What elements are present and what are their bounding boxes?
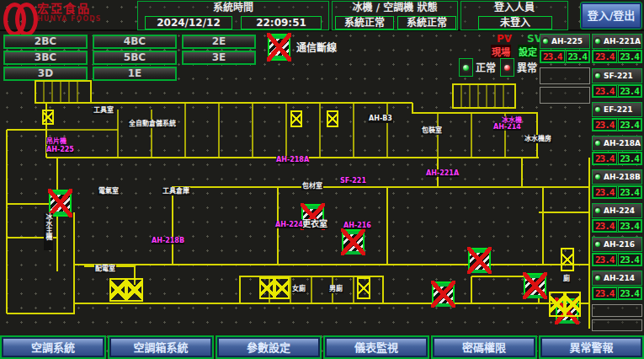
empty-panel [540, 87, 590, 104]
logo-subtext: HUNYA FOODS [37, 15, 101, 23]
pv-value: 23.4 [593, 220, 617, 232]
equipment-name: AH-218A [604, 139, 641, 147]
logo-icon [3, 3, 32, 28]
sv-value: 23.4 [618, 287, 642, 299]
empty-panel [592, 304, 642, 317]
nav-button-alarm[interactable]: 異常警報 [540, 337, 642, 357]
device-label-ah218b: AH-218B [152, 237, 184, 244]
equipment-tile-ah224[interactable]: AH-224 23.423.4 [592, 203, 642, 233]
equipment-tile-ah218a[interactable]: AH-218A 23.423.4 [592, 136, 642, 165]
comm-fail-legend-icon [268, 34, 290, 61]
sv-value: 23.4 [618, 85, 642, 97]
abnormal-led [500, 58, 514, 77]
pv-value: 23.4 [593, 51, 617, 62]
hmi-screen: { "header": { "logo_text": "宏亞食品", "logo… [0, 0, 644, 359]
pv-caption: 現場 [491, 45, 511, 58]
machine-status-panel: 冰機 / 空調機 狀態 系統正常 系統正常 [332, 1, 458, 30]
equipment-name: AH-214 [604, 274, 635, 282]
nav-button-password-auth[interactable]: 密碼權限 [433, 337, 535, 357]
device-comm-fail-icon-ah214[interactable] [468, 248, 491, 273]
sv-value: 23.4 [618, 220, 642, 232]
sv-value: 23.4 [618, 51, 642, 62]
room-label-storage: 全自動倉儲系統 [128, 120, 177, 128]
system-time-value: 22:09:51 [241, 16, 322, 29]
equipment-name: AH-218B [604, 173, 641, 181]
status-led [593, 240, 602, 249]
fan-icon [290, 110, 302, 127]
login-label: 登入人員 [461, 2, 567, 14]
pv-value: 23.4 [593, 287, 617, 299]
room-label-locker: 更衣室 [301, 219, 328, 229]
normal-led [459, 58, 473, 77]
room-label-chiller-room: 冰水機房 [524, 135, 552, 143]
pv-legend: PV [497, 33, 512, 45]
device-label-hanger: 吊片機 [46, 137, 67, 145]
device-label-chiller: 冰水機 [502, 116, 522, 124]
room-label-toilet: 廁 [562, 275, 571, 283]
normal-legend-label: 正常 [476, 60, 496, 74]
room-label-material: 包材室 [301, 182, 323, 190]
equipment-tile-sf221[interactable]: SF-221 23.423.4 [592, 68, 642, 98]
pv-value: 23.4 [593, 254, 617, 265]
equipment-name: EF-221 [604, 105, 633, 114]
fan-icon [357, 277, 370, 299]
device-label-ah216: AH-216 [343, 222, 371, 229]
nav-button-param-setting[interactable]: 參數設定 [217, 337, 320, 357]
fan-icon [327, 110, 338, 127]
status-led [593, 139, 602, 147]
equipment-tile-ah225[interactable]: AH-225 23.423.4 [540, 34, 590, 63]
floor-button-4bc[interactable]: 4BC [93, 35, 177, 49]
device-comm-fail-icon-chiller[interactable] [524, 273, 546, 298]
floor-button-3e[interactable]: 3E [182, 51, 256, 65]
header-bar: 宏亞食品 HUNYA FOODS 系統時間 2024/12/12 22:09:5… [0, 0, 644, 31]
system-time-panel: 系統時間 2024/12/12 22:09:51 [137, 1, 329, 30]
device-comm-fail-icon-ah221a[interactable] [432, 281, 455, 307]
room-label-electrical: 電氣室 [98, 187, 120, 196]
room-label-chiller-main: 冰水主機 [44, 213, 53, 250]
device-comm-fail-icon-sf221[interactable] [342, 229, 365, 255]
status-led [541, 37, 550, 46]
sv-value: 23.4 [566, 51, 590, 62]
device-label-ah224: AH-224 [275, 221, 303, 228]
device-label-ah218a: AH-218A [276, 156, 309, 163]
equipment-tile-ah221a[interactable]: AH-221A 23.423.4 [592, 34, 642, 63]
status-led [593, 37, 602, 46]
machine-status-label: 冰機 / 空調機 狀態 [333, 2, 457, 14]
equipment-tile-ah216[interactable]: AH-216 23.423.4 [592, 237, 642, 266]
floor-button-2bc[interactable]: 2BC [3, 35, 88, 49]
floor-button-2e[interactable]: 2E [182, 35, 256, 49]
equipment-name: SF-221 [604, 72, 633, 80]
chiller-status-value: 系統正常 [335, 16, 394, 29]
double-fan-icon [549, 292, 581, 317]
equipment-name: AH-216 [604, 240, 635, 249]
nav-button-ahu-system[interactable]: 空調箱系統 [109, 337, 212, 357]
equipment-tile-ah218b[interactable]: AH-218B 23.423.4 [592, 169, 642, 199]
system-date-value: 2024/12/12 [145, 16, 232, 29]
device-label-sf221: SF-221 [340, 177, 366, 185]
comm-fail-legend-label: 通信斷線 [296, 40, 337, 54]
login-logout-button[interactable]: 登入/登出 [581, 3, 641, 29]
sv-value: 23.4 [618, 153, 642, 164]
room-label-tool: 工具室 [93, 106, 114, 115]
room-label-power: 配電室 [94, 265, 116, 273]
floor-button-3bc[interactable]: 3BC [3, 51, 88, 65]
device-label-ah221a: AH-221A [426, 169, 459, 177]
status-led [593, 206, 602, 215]
equipment-tile-ah214[interactable]: AH-214 23.423.4 [592, 271, 642, 300]
room-label-toilet-m: 男廁 [328, 285, 343, 293]
equipment-name: AH-225 [551, 37, 583, 46]
status-led [593, 173, 602, 181]
room-label-toilet-w: 女廁 [291, 285, 306, 293]
equipment-name: AH-221A [604, 37, 641, 46]
nav-button-ac-system[interactable]: 空調系統 [2, 337, 104, 357]
double-fan-icon [109, 278, 143, 302]
nav-button-meter-monitor[interactable]: 儀表監視 [325, 337, 428, 357]
ahu-status-value: 系統正常 [397, 16, 456, 29]
pv-value: 23.4 [593, 153, 617, 164]
pv-value: 23.4 [540, 51, 565, 62]
system-time-label: 系統時間 [138, 2, 328, 14]
logo-text: 宏亞食品 [37, 3, 101, 15]
equipment-tile-ef221[interactable]: EF-221 23.423.4 [592, 102, 642, 131]
floor-button-5bc[interactable]: 5BC [93, 51, 177, 65]
fan-icon [561, 248, 574, 271]
